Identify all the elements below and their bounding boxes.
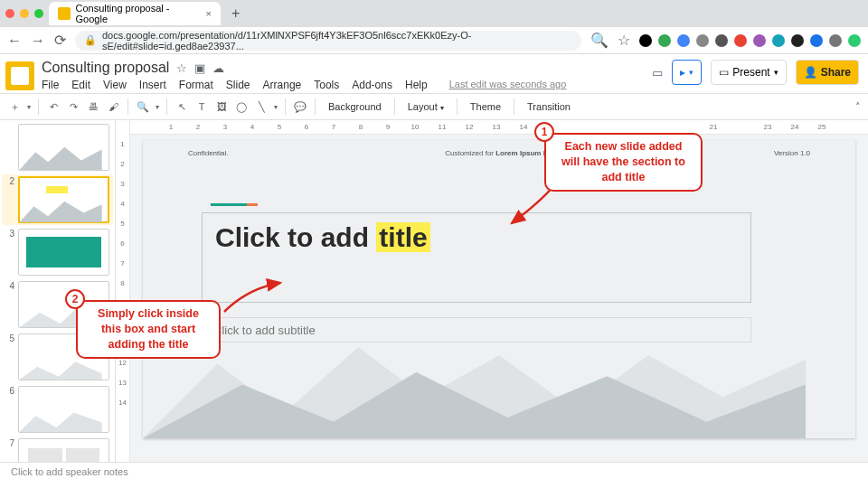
version-label: Version 1.0 xyxy=(774,149,810,157)
ext-icon[interactable] xyxy=(753,34,766,47)
slides-logo-icon[interactable] xyxy=(5,61,34,90)
ext-icon[interactable] xyxy=(791,34,804,47)
ruler-horizontal: 123456789101112131421232425 xyxy=(130,120,868,135)
address-bar[interactable]: 🔒 docs.google.com/presentation/d/11rXMlN… xyxy=(75,31,581,51)
ext-icon[interactable] xyxy=(715,34,728,47)
toolbar: ＋▾ ↶ ↷ 🖶 🖌 🔍▾ ↖ T 🖼 ◯ ╲▾ 💬 Background La… xyxy=(0,93,868,120)
ext-icon[interactable] xyxy=(772,34,785,47)
zoom-icon[interactable]: 🔍 xyxy=(590,32,609,49)
tab-close-icon[interactable]: × xyxy=(206,8,212,19)
extensions-area xyxy=(639,34,861,47)
menu-view[interactable]: View xyxy=(103,79,127,91)
browser-toolbar: ← → ⟳ 🔒 docs.google.com/presentation/d/1… xyxy=(0,27,868,54)
mountain-art xyxy=(143,339,806,438)
canvas-area: 123456789101112131421232425 Confidential… xyxy=(130,120,868,462)
paint-format-icon[interactable]: 🖌 xyxy=(106,101,120,112)
annotation-callout-1: Each new slide added will have the secti… xyxy=(544,133,703,192)
menu-addons[interactable]: Add-ons xyxy=(352,79,392,91)
url-text: docs.google.com/presentation/d/11rXMlNXP… xyxy=(102,30,572,52)
slide-number: 3 xyxy=(5,229,14,239)
transition-button[interactable]: Transition xyxy=(522,99,576,115)
annotation-callout-2: Simply click inside this box and start a… xyxy=(76,300,221,359)
menu-slide[interactable]: Slide xyxy=(226,79,250,91)
slide-number: 4 xyxy=(5,281,14,291)
menu-bar: File Edit View Insert Format Slide Arran… xyxy=(42,79,645,91)
comment-tool-icon[interactable]: 💬 xyxy=(293,101,307,113)
customized-for: Customized for Lorem Ipsum LLC xyxy=(445,149,557,157)
slide-number: 2 xyxy=(5,176,14,186)
line-tool-icon[interactable]: ╲ xyxy=(254,101,269,113)
filmstrip[interactable]: 2 3 4 5 6 7 8 xyxy=(0,120,116,462)
ext-icon[interactable] xyxy=(639,34,652,47)
title-text: Click to add title xyxy=(215,222,738,254)
lock-icon: 🔒 xyxy=(84,34,97,46)
menu-edit[interactable]: Edit xyxy=(71,79,90,91)
share-button[interactable]: 👤 Share xyxy=(796,60,859,85)
undo-icon[interactable]: ↶ xyxy=(46,101,61,113)
document-title[interactable]: Consulting proposal xyxy=(42,60,169,76)
image-tool-icon[interactable]: 🖼 xyxy=(214,101,229,112)
layout-button[interactable]: Layout ▾ xyxy=(402,99,449,115)
new-tab-button[interactable]: + xyxy=(226,5,245,22)
collapse-toolbar-icon[interactable]: ˄ xyxy=(855,101,861,113)
theme-button[interactable]: Theme xyxy=(465,99,506,115)
ext-icon[interactable] xyxy=(848,34,861,47)
meet-button[interactable]: ▸▾ xyxy=(672,60,702,85)
workspace: 2 3 4 5 6 7 8 1 2 3 4 5 6 7 8 9 10 11 12… xyxy=(0,120,868,462)
redo-icon[interactable]: ↷ xyxy=(66,101,80,113)
confidential-label: Confidential. xyxy=(188,149,228,157)
slide-thumbnail[interactable] xyxy=(18,229,109,276)
speaker-notes[interactable]: Click to add speaker notes xyxy=(0,462,868,482)
menu-help[interactable]: Help xyxy=(405,79,428,91)
print-icon[interactable]: 🖶 xyxy=(86,101,100,112)
ext-icon[interactable] xyxy=(677,34,690,47)
slide-header: Confidential. Customized for Lorem Ipsum… xyxy=(188,149,810,157)
accent-bar xyxy=(211,203,247,206)
slide-number: 7 xyxy=(5,438,14,448)
comments-icon[interactable]: ▭ xyxy=(652,66,663,80)
slide-number: 5 xyxy=(5,333,14,343)
select-tool-icon[interactable]: ↖ xyxy=(175,101,189,113)
star-doc-icon[interactable]: ☆ xyxy=(176,61,187,75)
slide-number: 6 xyxy=(5,386,14,396)
background-button[interactable]: Background xyxy=(323,99,387,115)
ruler-vertical: 1 2 3 4 5 6 7 8 9 10 11 12 13 14 xyxy=(116,120,130,462)
browser-tab[interactable]: Consulting proposal - Google × xyxy=(49,2,221,25)
shape-tool-icon[interactable]: ◯ xyxy=(234,101,249,113)
annotation-badge-2: 2 xyxy=(65,289,85,309)
annotation-arrow-2 xyxy=(221,279,284,315)
reload-icon[interactable]: ⟳ xyxy=(54,32,66,49)
last-edit-text[interactable]: Last edit was seconds ago xyxy=(449,79,567,91)
window-close-dot[interactable] xyxy=(5,9,14,18)
ext-icon[interactable] xyxy=(696,34,709,47)
tab-title: Consulting proposal - Google xyxy=(76,3,201,24)
cloud-status-icon[interactable]: ☁ xyxy=(212,61,224,75)
move-doc-icon[interactable]: ▣ xyxy=(194,61,205,75)
slides-favicon-icon xyxy=(58,7,71,20)
slide-thumbnail[interactable] xyxy=(18,124,109,171)
menu-arrange[interactable]: Arrange xyxy=(263,79,302,91)
forward-icon[interactable]: → xyxy=(31,33,45,49)
slide-thumbnail[interactable] xyxy=(18,176,109,223)
menu-file[interactable]: File xyxy=(42,79,59,91)
window-max-dot[interactable] xyxy=(34,9,43,18)
menu-format[interactable]: Format xyxy=(179,79,213,91)
zoom-dropdown[interactable]: 🔍 xyxy=(136,101,150,113)
textbox-tool-icon[interactable]: T xyxy=(194,101,209,112)
app-header: Consulting proposal ☆ ▣ ☁ File Edit View… xyxy=(0,54,868,93)
new-slide-button[interactable]: ＋ xyxy=(7,100,22,114)
ext-icon[interactable] xyxy=(810,34,823,47)
ext-icon[interactable] xyxy=(734,34,747,47)
slide-thumbnail[interactable] xyxy=(18,386,109,433)
ext-icon[interactable] xyxy=(658,34,671,47)
ext-icon[interactable] xyxy=(829,34,842,47)
menu-insert[interactable]: Insert xyxy=(139,79,166,91)
window-min-dot[interactable] xyxy=(20,9,29,18)
annotation-badge-1: 1 xyxy=(534,122,554,142)
menu-tools[interactable]: Tools xyxy=(314,79,339,91)
slide-thumbnail[interactable] xyxy=(18,438,109,462)
star-icon[interactable]: ☆ xyxy=(618,32,630,49)
present-button[interactable]: ▭ Present ▾ xyxy=(711,60,786,85)
back-icon[interactable]: ← xyxy=(7,33,22,49)
title-placeholder[interactable]: Click to add title xyxy=(202,212,751,303)
